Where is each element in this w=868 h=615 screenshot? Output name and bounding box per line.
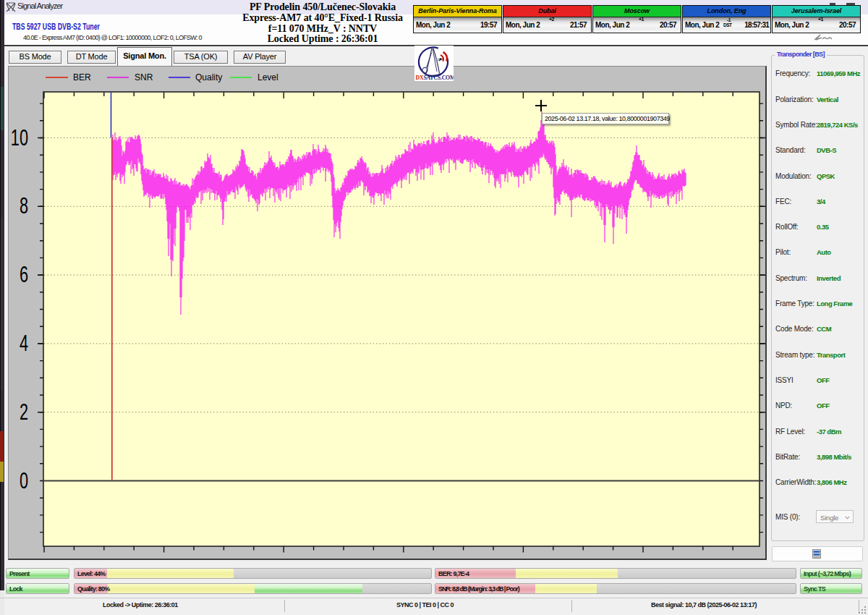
svg-text:DXSATCS.COM: DXSATCS.COM: [416, 75, 454, 81]
